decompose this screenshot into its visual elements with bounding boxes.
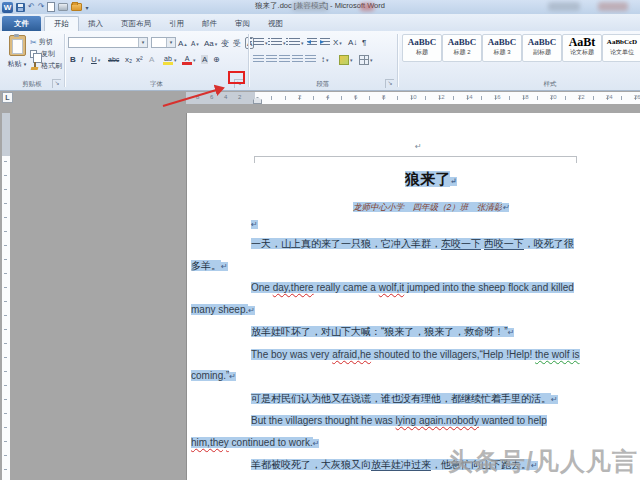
numbering-button[interactable]: ▾ — [271, 36, 286, 49]
shading-icon — [339, 55, 349, 65]
borders-button[interactable]: ▾ — [359, 53, 373, 66]
subscript-button[interactable]: x₂ — [125, 53, 132, 66]
paragraph[interactable]: 放羊娃吓坏了，对山下大喊：“狼来了，狼来了，救命呀！”↵ — [191, 321, 581, 344]
change-case-button[interactable]: Aa▾ — [204, 37, 217, 50]
asian-layout-button-dropdown-icon: ▾ — [339, 40, 342, 46]
cut-button[interactable]: ✂剪切 — [30, 36, 62, 48]
char-shading-button[interactable]: A — [201, 53, 208, 66]
sort-button[interactable]: A↓ — [348, 36, 357, 49]
ruler-number: 26 — [634, 94, 640, 100]
paragraph[interactable]: One day,there really came a wolf,it jump… — [191, 277, 581, 321]
font-color-button[interactable]: A▾ — [182, 53, 196, 66]
tab-引用[interactable]: 引用 — [160, 16, 193, 31]
text-effects-button[interactable]: A — [149, 53, 154, 66]
tab-邮件[interactable]: 邮件 — [193, 16, 226, 31]
paragraph[interactable]: 可是村民们认为他又在说谎，谁也没有理他，都继续忙着手里的活。↵ — [191, 388, 581, 411]
show-marks-button-glyph: ¶ — [362, 38, 366, 47]
style-sample: AaBt — [563, 35, 601, 49]
style-name: 标题 3 — [483, 49, 521, 56]
style-sample: AaBbC — [523, 35, 561, 49]
format-painter-button-label: 格式刷 — [41, 61, 62, 71]
justify-button[interactable] — [292, 53, 303, 66]
font-name-combobox[interactable]: ▾ — [68, 37, 148, 48]
asian-layout-button[interactable]: X▾ — [333, 36, 342, 49]
style-name: 标题 2 — [443, 49, 481, 56]
enclose-char-button[interactable]: ⊕ — [213, 53, 220, 66]
style-标题[interactable]: AaBbC标题 — [402, 34, 442, 62]
copy-button[interactable]: 复制 — [30, 48, 62, 60]
style-sample: AaBbC — [403, 35, 441, 49]
paste-button[interactable]: 粘贴 ▾ — [4, 35, 30, 85]
tab-页面布局[interactable]: 页面布局 — [112, 16, 160, 31]
byline-text: 龙师中心小学 四年级（2）班 张清彰 — [353, 202, 502, 212]
clipboard-dialog-launcher-icon[interactable]: ↘ — [52, 79, 61, 88]
paragraph-text: One — [251, 282, 273, 293]
tab-插入[interactable]: 插入 — [79, 16, 112, 31]
tab-stop-selector[interactable]: L — [2, 92, 13, 103]
ruler-number: 20 — [550, 94, 557, 100]
ribbon-tab-row: 文件开始插入页面布局引用邮件审阅视图 — [0, 14, 640, 31]
paragraph[interactable]: The boy was very afraid,he shouted to th… — [191, 344, 581, 388]
decrease-indent-icon — [307, 38, 317, 47]
style-论文单位[interactable]: AaBbCcD论文单位 — [602, 34, 640, 62]
shrink-font-button[interactable]: A▾ — [191, 37, 199, 50]
strikethrough-button[interactable]: abc — [108, 53, 119, 66]
paragraph-mark: ↵ — [508, 328, 515, 337]
bullets-button[interactable]: ▾ — [253, 36, 268, 49]
spellcheck-underlined-text: afraid,he — [332, 349, 371, 360]
shading-button-dropdown-icon: ▾ — [350, 57, 353, 63]
char-scale-button[interactable]: 受 — [233, 37, 241, 50]
spellcheck-underlined-text: the wolf is — [535, 349, 579, 360]
document-page[interactable]: ↵ 狼来了↵龙师中心小学 四年级（2）班 张清彰↵↵一天，山上真的来了一只狼，它… — [186, 113, 640, 480]
italic-button[interactable]: I — [81, 53, 83, 66]
vertical-ruler[interactable] — [2, 113, 10, 480]
tab-视图[interactable]: 视图 — [259, 16, 292, 31]
ruler-number: 24 — [606, 94, 613, 100]
align-center-button[interactable] — [266, 53, 277, 66]
paragraph-dialog-launcher-icon[interactable]: ↘ — [385, 79, 394, 88]
decrease-indent-button[interactable] — [307, 36, 317, 49]
style-论文标题[interactable]: AaBt论文标题 — [562, 34, 602, 62]
line-spacing-button[interactable]: ↕▾ — [321, 53, 329, 66]
style-标题 3[interactable]: AaBbC标题 3 — [482, 34, 522, 62]
font-color-button-glyph: A — [182, 55, 192, 65]
font-size-combobox[interactable]: ▾ — [151, 37, 176, 48]
highlight-color-button-dropdown-icon: ▾ — [174, 57, 177, 63]
tab-开始[interactable]: 开始 — [44, 16, 79, 31]
tab-审阅[interactable]: 审阅 — [226, 16, 259, 31]
style-sample: AaBbC — [443, 35, 481, 49]
format-painter-button[interactable]: 格式刷 — [30, 60, 62, 72]
paragraph[interactable]: ↵ — [191, 216, 581, 233]
style-副标题[interactable]: AaBbC副标题 — [522, 34, 562, 62]
censor-blur — [548, 2, 580, 11]
bold-button[interactable]: B — [70, 53, 76, 66]
document-title[interactable]: 狼来了↵ — [191, 162, 640, 199]
censor-blur — [598, 2, 628, 11]
increase-indent-button[interactable] — [320, 36, 330, 49]
cut-button-label: 剪切 — [39, 37, 53, 47]
align-right-button[interactable] — [279, 53, 290, 66]
tab-文件[interactable]: 文件 — [2, 16, 41, 31]
superscript-button[interactable]: x² — [136, 53, 143, 66]
spellcheck-underlined-text: 西咬一下 — [484, 238, 524, 250]
document-byline[interactable]: 龙师中心小学 四年级（2）班 张清彰↵ — [191, 199, 640, 216]
spellcheck-underlined-text: wolf,it — [379, 282, 405, 293]
ruler-number: 10 — [410, 94, 417, 100]
ruler-margin-number: 8 — [196, 94, 199, 100]
italic-button-glyph: I — [81, 55, 83, 64]
ruler-number: 18 — [522, 94, 529, 100]
change-case-button-glyph: Aa — [204, 39, 214, 48]
style-标题 2[interactable]: AaBbC标题 2 — [442, 34, 482, 62]
highlight-color-button[interactable]: ab▾ — [163, 53, 177, 66]
underline-button[interactable]: U▾ — [91, 53, 100, 66]
paragraph-text: shouted to the villagers,“Help !Help! — [371, 349, 535, 360]
align-left-button[interactable] — [253, 53, 264, 66]
shading-button[interactable]: ▾ — [339, 53, 353, 66]
grow-font-button[interactable]: A▴ — [178, 37, 187, 50]
cut-icon: ✂ — [30, 38, 37, 47]
paragraph[interactable]: 一天，山上真的来了一只狼，它冲入羊群，东咬一下 西咬一下，咬死了很多羊。↵ — [191, 233, 581, 277]
distribute-button[interactable] — [305, 53, 316, 66]
pinyin-guide-button[interactable]: 变 — [221, 37, 229, 50]
multilevel-list-button[interactable]: ▾ — [289, 36, 304, 49]
show-marks-button[interactable]: ¶ — [362, 36, 366, 49]
